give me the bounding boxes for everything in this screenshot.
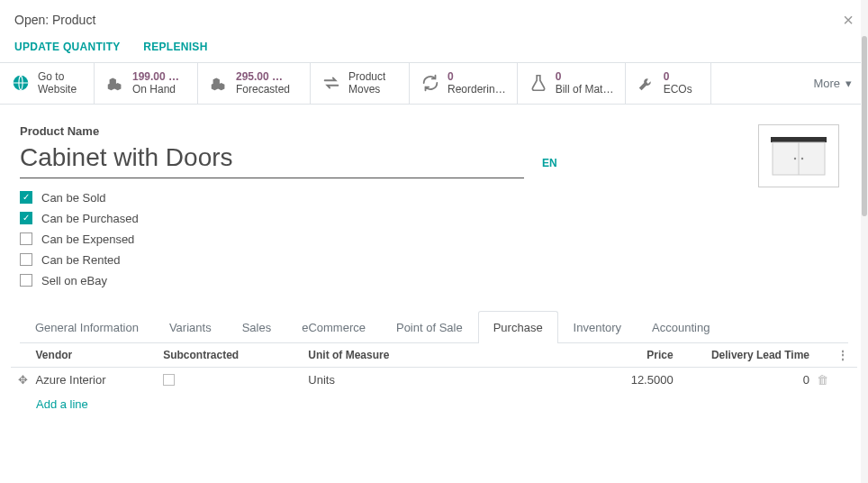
bom-button[interactable]: 0Bill of Mat…	[518, 63, 626, 104]
wrench-icon	[637, 73, 656, 93]
svg-rect-1	[771, 137, 827, 142]
checkbox-can-be-rented[interactable]	[20, 253, 32, 266]
tab-ecommerce[interactable]: eCommerce	[286, 311, 381, 343]
col-subcontracted[interactable]: Subcontracted	[163, 349, 308, 361]
product-image[interactable]	[758, 124, 839, 187]
col-delivery-lead-time[interactable]: Delivery Lead Time	[674, 349, 809, 361]
tab-purchase[interactable]: Purchase	[478, 311, 558, 343]
checkbox-can-be-sold[interactable]	[20, 191, 32, 204]
cell-uom[interactable]: Units	[308, 373, 554, 387]
modal-title: Open: Product	[14, 13, 95, 27]
flask-icon	[529, 73, 548, 93]
table-header: Vendor Subcontracted Unit of Measure Pri…	[11, 343, 857, 368]
on-hand-button[interactable]: 199.00 …On Hand	[95, 63, 198, 104]
cubes-icon	[209, 73, 229, 93]
cell-subcontracted[interactable]	[163, 374, 308, 386]
tab-point-of-sale[interactable]: Point of Sale	[381, 311, 478, 343]
tab-variants[interactable]: Variants	[154, 311, 227, 343]
tab-sales[interactable]: Sales	[227, 311, 287, 343]
col-vendor[interactable]: Vendor	[36, 349, 164, 361]
scrollbar[interactable]	[861, 0, 868, 483]
col-price[interactable]: Price	[555, 349, 674, 361]
drag-handle-icon[interactable]: ✥	[18, 373, 36, 387]
checkbox-row: Can be Expensed	[20, 232, 744, 246]
checkbox-can-be-expensed[interactable]	[20, 232, 32, 245]
product-name-input[interactable]	[20, 141, 524, 178]
cubes-icon	[105, 73, 125, 93]
purchase-table: Vendor Subcontracted Unit of Measure Pri…	[0, 343, 868, 416]
column-options-icon[interactable]: ⋮	[836, 349, 850, 361]
tab-general-information[interactable]: General Information	[20, 311, 154, 343]
globe-icon	[11, 73, 31, 93]
refresh-icon	[420, 73, 440, 93]
tab-inventory[interactable]: Inventory	[558, 311, 637, 343]
cabinet-icon	[767, 133, 830, 178]
tabs: General InformationVariantsSaleseCommerc…	[20, 311, 848, 343]
table-row[interactable]: ✥Azure InteriorUnits12.50000🗑	[11, 368, 857, 392]
close-icon[interactable]: ×	[843, 11, 854, 29]
checkbox-group: Can be SoldCan be PurchasedCan be Expens…	[20, 191, 744, 287]
add-line-button[interactable]: Add a line	[11, 392, 857, 416]
cell-vendor[interactable]: Azure Interior	[36, 373, 164, 387]
scroll-thumb[interactable]	[862, 36, 867, 216]
checkbox-can-be-purchased[interactable]	[20, 212, 32, 224]
checkbox-sell-on-ebay[interactable]	[20, 274, 32, 287]
checkbox-label: Sell on eBay	[41, 274, 107, 287]
checkbox-row: Can be Sold	[20, 191, 744, 205]
checkbox-label: Can be Rented	[41, 253, 120, 267]
subcontracted-checkbox[interactable]	[163, 374, 175, 386]
product-name-label: Product Name	[20, 124, 744, 138]
chevron-down-icon: ▾	[845, 77, 852, 90]
modal-header: Open: Product ×	[0, 0, 868, 36]
checkbox-label: Can be Expensed	[41, 232, 134, 246]
tab-accounting[interactable]: Accounting	[637, 311, 725, 343]
exchange-icon	[321, 73, 341, 93]
stat-bar: Go toWebsite 199.00 …On Hand 295.00 …For…	[0, 63, 868, 105]
svg-point-5	[801, 158, 803, 159]
language-button[interactable]: EN	[542, 157, 557, 169]
product-moves-button[interactable]: ProductMoves	[311, 63, 410, 104]
cell-dlt[interactable]: 0	[674, 373, 809, 387]
goto-website-button[interactable]: Go toWebsite	[0, 63, 95, 104]
checkbox-row: Can be Purchased	[20, 212, 744, 225]
col-uom[interactable]: Unit of Measure	[308, 349, 554, 361]
delete-row-icon[interactable]: 🗑	[809, 373, 836, 387]
checkbox-row: Sell on eBay	[20, 274, 744, 287]
product-modal: Open: Product × UPDATE QUANTITY REPLENIS…	[0, 0, 868, 483]
update-quantity-button[interactable]: UPDATE QUANTITY	[14, 41, 121, 53]
more-button[interactable]: More ▾	[797, 63, 868, 104]
checkbox-row: Can be Rented	[20, 253, 744, 267]
cell-price[interactable]: 12.5000	[555, 373, 674, 387]
action-bar: UPDATE QUANTITY REPLENISH	[0, 36, 868, 63]
reordering-button[interactable]: 0Reorderin…	[410, 63, 518, 104]
checkbox-label: Can be Sold	[41, 191, 106, 205]
forecasted-button[interactable]: 295.00 …Forecasted	[198, 63, 311, 104]
svg-point-4	[794, 158, 796, 159]
checkbox-label: Can be Purchased	[41, 212, 139, 225]
ecos-button[interactable]: 0ECOs	[626, 63, 711, 104]
replenish-button[interactable]: REPLENISH	[143, 41, 207, 53]
